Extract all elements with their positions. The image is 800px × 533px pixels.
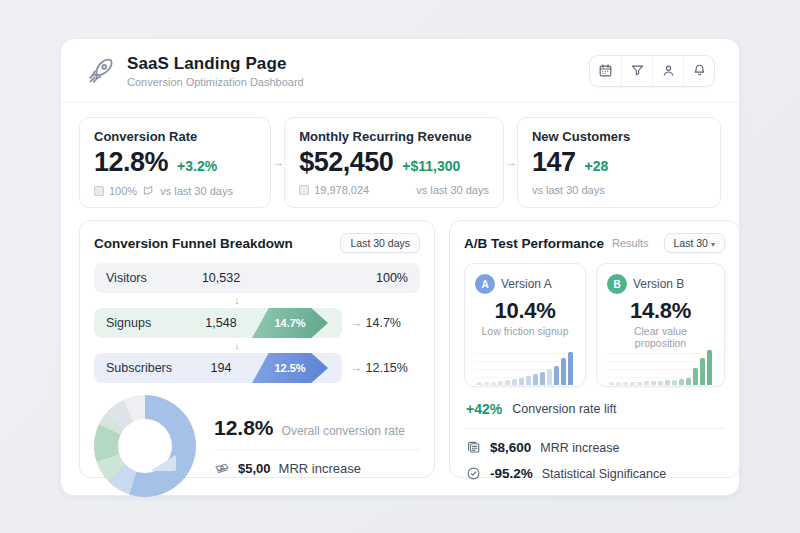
funnel-chevron-subscribers: 12.5%: [252, 353, 328, 383]
version-a-badge: A: [475, 274, 495, 294]
stat-value: 12.8%: [94, 147, 168, 178]
version-a-bar-chart: [475, 346, 575, 386]
funnel-panel: Conversion Funnel Breakdown Last 30 days…: [79, 220, 435, 478]
chevron-down-icon: ▾: [711, 240, 715, 249]
page-subtitle: Conversion Optimization Dashboard: [127, 76, 304, 88]
stat-badge: 19,978,024: [314, 184, 369, 196]
funnel-chevron-signups: 14.7%: [252, 308, 328, 338]
stat-delta: +$11,300: [402, 158, 460, 174]
funnel-rate-out: →14.7%: [342, 316, 420, 330]
donut-wedge: [150, 451, 176, 471]
funnel-row-value: 194: [190, 361, 252, 375]
flow-arrow-icon: →: [271, 117, 284, 208]
funnel-mrr-value: $5,00: [238, 461, 271, 476]
stat-value: $52,450: [299, 147, 393, 178]
ab-range-dropdown[interactable]: Last 30▾: [664, 233, 725, 253]
funnel-row-subscribers: Subscribers 194 12.5%: [94, 353, 342, 383]
conversion-donut-chart: [94, 395, 196, 497]
lift-row: +42% Conversion rate lift: [464, 398, 725, 429]
panels-row: Conversion Funnel Breakdown Last 30 days…: [61, 220, 739, 478]
documents-icon: [466, 440, 481, 455]
filter-icon[interactable]: [621, 56, 652, 86]
funnel-row-label: Signups: [106, 316, 190, 330]
stat-label: New Customers: [532, 129, 706, 144]
stat-value: 147: [532, 147, 576, 178]
stat-note: vs last 30 days: [160, 185, 233, 197]
significance-value: -95.2%: [490, 466, 533, 481]
calendar-icon[interactable]: [590, 56, 621, 86]
overall-conversion-label: Overall conversion rate: [282, 424, 405, 438]
square-badge-icon: [299, 185, 309, 195]
funnel-rate-out: →12.15%: [342, 361, 420, 375]
ab-mrr-row: $8,600 MRR increase: [464, 440, 725, 455]
stat-card-mrr: Monthly Recurring Revenue $52,450 +$11,3…: [284, 117, 504, 208]
ab-test-title: A/B Test Performance: [464, 236, 604, 251]
lift-value: +42%: [466, 401, 502, 417]
check-circle-icon: [466, 466, 481, 481]
app-header: SaaS Landing Page Conversion Optimizatio…: [61, 39, 739, 103]
version-b-card: B Version B 14.8% Clear value propositio…: [596, 263, 725, 387]
funnel-row-value: 10,532: [190, 271, 252, 285]
banknote-icon: [214, 461, 230, 477]
trend-flag-icon: [142, 184, 155, 197]
stats-row: Conversion Rate 12.8% +3.2% 100% vs last…: [61, 103, 739, 220]
rocket-icon: [85, 56, 115, 86]
funnel-row-visitors: Visitors 10,532 100%: [94, 263, 420, 293]
funnel-row-rate: 100%: [376, 271, 408, 285]
funnel-row-label: Visitors: [106, 271, 190, 285]
stat-note: vs last 30 days: [532, 184, 605, 196]
funnel-mrr-line: $5,00 MRR increase: [214, 461, 420, 477]
user-icon[interactable]: [652, 56, 683, 86]
significance-label: Statistical Significance: [542, 467, 666, 481]
stat-label: Monthly Recurring Revenue: [299, 129, 489, 144]
stat-label: Conversion Rate: [94, 129, 256, 144]
header-toolbar: [589, 55, 715, 87]
square-badge-icon: [94, 186, 104, 196]
page-title: SaaS Landing Page: [127, 54, 304, 74]
funnel-range-button[interactable]: Last 30 days: [340, 233, 420, 253]
ab-test-panel: A/B Test Performance Results Last 30▾ A …: [449, 220, 740, 478]
funnel-mrr-label: MRR increase: [279, 461, 361, 476]
funnel-title: Conversion Funnel Breakdown: [94, 236, 293, 251]
version-b-badge: B: [607, 274, 627, 294]
stat-delta: +28: [585, 158, 609, 174]
version-a-card: A Version A 10.4% Low friction signup: [464, 263, 586, 387]
version-a-value: 10.4%: [475, 298, 575, 324]
flow-arrow-icon: →: [504, 117, 517, 208]
version-b-desc: Clear value proposition: [607, 325, 714, 349]
funnel-row-signups: Signups 1,548 14.7%: [94, 308, 342, 338]
version-a-desc: Low friction signup: [475, 325, 575, 337]
overall-block: 12.8% Overall conversion rate $5,00 MRR …: [214, 416, 420, 477]
stat-card-new-customers: New Customers 147 +28 vs last 30 days: [517, 117, 721, 208]
right-arrow-icon: →: [350, 361, 363, 375]
stat-card-conversion-rate: Conversion Rate 12.8% +3.2% 100% vs last…: [79, 117, 271, 208]
version-b-value: 14.8%: [607, 298, 714, 324]
version-b-bar-chart: [607, 349, 714, 386]
lift-label: Conversion rate lift: [512, 402, 616, 416]
ab-mrr-value: $8,600: [490, 440, 531, 455]
dashboard-card: SaaS Landing Page Conversion Optimizatio…: [60, 38, 740, 496]
down-arrow-icon: ↓: [94, 293, 420, 308]
version-name: Version B: [633, 277, 684, 291]
ab-mrr-label: MRR increase: [540, 441, 619, 455]
significance-row: -95.2% Statistical Significance: [464, 466, 725, 481]
stat-note: vs last 30 days: [416, 184, 489, 196]
donut-hole: [118, 419, 172, 473]
overall-conversion-value: 12.8%: [214, 416, 274, 440]
funnel-row-value: 1,548: [190, 316, 252, 330]
bell-icon[interactable]: [683, 56, 714, 86]
stat-badge: 100%: [109, 185, 137, 197]
stat-delta: +3.2%: [177, 158, 217, 174]
version-name: Version A: [501, 277, 552, 291]
funnel-row-label: Subscribers: [106, 361, 190, 375]
results-label: Results: [612, 237, 649, 249]
down-arrow-icon: ↓: [94, 338, 420, 353]
title-block: SaaS Landing Page Conversion Optimizatio…: [127, 54, 304, 88]
right-arrow-icon: →: [350, 316, 363, 330]
